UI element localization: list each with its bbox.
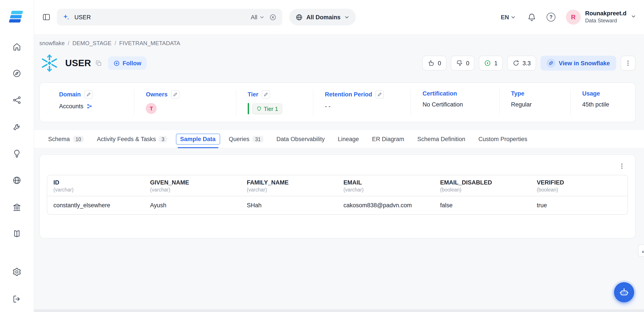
search-input[interactable]: [74, 14, 246, 20]
overview-tier: Tier Tier 1: [236, 89, 313, 115]
tier-badge[interactable]: Tier 1: [252, 103, 282, 114]
column-header-id[interactable]: ID(varchar): [47, 175, 144, 196]
cell-email: cakosom838@padvn.com: [337, 196, 434, 214]
column-header-email-disabled[interactable]: EMAIL_DISABLED(boolean): [434, 175, 531, 196]
sidebar-item-home[interactable]: [8, 38, 26, 55]
content-area: snowflake / DEMO_STAGE / FIVETRAN_METADA…: [34, 34, 644, 312]
sidebar-item-logout[interactable]: [8, 290, 26, 307]
tab-count-badge: 31: [252, 136, 264, 142]
help-button[interactable]: ?: [546, 13, 556, 22]
tab-queries[interactable]: Queries31: [224, 130, 268, 148]
plus-circle-icon: [113, 60, 120, 66]
sidebar-item-web[interactable]: [8, 171, 26, 189]
copy-name-button[interactable]: [96, 60, 102, 66]
owner-avatar[interactable]: T: [146, 103, 157, 114]
pencil-icon: [264, 92, 268, 97]
score-value: 3.3: [522, 60, 531, 66]
tab-custom-properties[interactable]: Custom Properties: [474, 130, 532, 148]
global-search[interactable]: All: [57, 9, 282, 26]
sidebar-item-products[interactable]: [8, 91, 26, 109]
column-header-given-name[interactable]: GIVEN_NAME(varchar): [144, 175, 241, 196]
tab-schema-definition[interactable]: Schema Definition: [413, 130, 470, 148]
overview-retention: Retention Period - -: [313, 89, 411, 115]
view-in-snowflake-label: View in Snowflake: [559, 60, 610, 66]
globe-icon: [296, 13, 303, 21]
sidebar-item-reports[interactable]: [8, 225, 26, 242]
user-avatar-initial: R: [571, 14, 576, 21]
tab-er-diagram[interactable]: ER Diagram: [368, 130, 408, 148]
column-header-family-name[interactable]: FAMILY_NAME(varchar): [241, 175, 338, 196]
edit-domain-button[interactable]: [84, 90, 92, 99]
edit-owners-button[interactable]: [171, 90, 180, 99]
table-row[interactable]: constantly_elsewhere Ayush SHah cakosom8…: [47, 196, 627, 214]
sample-data-panel: ID(varchar) GIVEN_NAME(varchar) FAMILY_N…: [40, 154, 635, 238]
view-in-snowflake-button[interactable]: View in Snowflake: [540, 56, 616, 71]
tab-label: Queries: [229, 136, 250, 142]
cell-verified: true: [531, 196, 627, 214]
type-value: Regular: [511, 101, 532, 108]
chatbot-icon: [618, 287, 629, 297]
cell-email-disabled: false: [434, 196, 531, 214]
app-window: All All Domains EN: [0, 0, 644, 312]
tab-schema[interactable]: Schema10: [44, 130, 88, 148]
asset-more-menu-button[interactable]: [620, 56, 635, 71]
home-icon: [12, 42, 22, 51]
sidebar-toggle-button[interactable]: [42, 13, 51, 22]
table-header-row: ID(varchar) GIVEN_NAME(varchar) FAMILY_N…: [47, 175, 627, 196]
reports-book-icon: [12, 229, 22, 238]
domains-dropdown[interactable]: All Domains: [289, 9, 356, 26]
main-column: All All Domains EN: [34, 0, 644, 312]
tab-lineage[interactable]: Lineage: [334, 130, 363, 148]
copy-icon: [96, 60, 102, 66]
notifications-button[interactable]: [527, 13, 536, 22]
asset-header: USER Follow 0 0: [40, 52, 635, 75]
sample-data-menu-button[interactable]: [616, 160, 628, 172]
thumbs-down-icon: [456, 60, 463, 67]
search-clear-button[interactable]: [269, 13, 276, 21]
sidebar-item-governance[interactable]: [8, 198, 26, 216]
user-menu-button[interactable]: [630, 13, 636, 21]
sidebar-item-settings[interactable]: [8, 263, 26, 280]
bottom-scrollbar-track[interactable]: [0, 309, 644, 312]
refresh-icon: [512, 60, 520, 67]
cell-id: constantly_elsewhere: [47, 196, 144, 214]
overview-certification: Certification No Certification: [411, 89, 499, 115]
clear-circle-icon: [269, 13, 276, 21]
domain-value-row[interactable]: Accounts: [59, 103, 128, 110]
topbar: All All Domains EN: [34, 0, 644, 34]
tab-sample-data[interactable]: Sample Data: [176, 130, 220, 148]
downvote-count: 0: [466, 60, 470, 66]
expand-panel-handle[interactable]: [638, 244, 644, 257]
breadcrumb-item-database[interactable]: DEMO_STAGE: [72, 40, 112, 47]
chatbot-fab[interactable]: [614, 282, 634, 302]
column-header-email[interactable]: EMAIL(varchar): [337, 175, 434, 196]
atlan-logo[interactable]: [0, 0, 34, 34]
column-header-verified[interactable]: VERIFIED(boolean): [531, 175, 627, 196]
refresh-score-button[interactable]: 3.3: [507, 56, 536, 71]
pencil-icon: [378, 92, 382, 97]
sidebar-item-tools[interactable]: [8, 118, 26, 135]
search-scope-dropdown[interactable]: All: [251, 14, 265, 20]
tab-data-observability[interactable]: Data Observability: [272, 130, 329, 148]
sidebar-item-assets[interactable]: [8, 64, 26, 82]
sidebar-bottom: [8, 263, 26, 312]
tab-label: Schema: [48, 136, 70, 142]
usage-value: 45th pctile: [582, 101, 609, 108]
edit-tier-button[interactable]: [262, 90, 270, 99]
upvote-button[interactable]: 0: [422, 56, 446, 71]
link-icon: [546, 59, 555, 68]
edit-retention-button[interactable]: [376, 90, 384, 99]
tab-activity-feeds-tasks[interactable]: Activity Feeds & Tasks3: [92, 130, 171, 148]
sidebar-item-insights[interactable]: [8, 145, 26, 162]
user-avatar[interactable]: R: [566, 10, 581, 25]
breadcrumb-item-schema[interactable]: FIVETRAN_METADATA: [119, 40, 180, 47]
settings-gear-icon: [12, 267, 22, 276]
follow-button[interactable]: Follow: [108, 57, 146, 70]
tab-label: Custom Properties: [478, 136, 527, 142]
cell-family-name: SHah: [241, 196, 338, 214]
watchers-button[interactable]: 1: [479, 56, 503, 71]
breadcrumb-item-connection[interactable]: snowflake: [40, 40, 65, 47]
language-dropdown[interactable]: EN: [501, 14, 516, 20]
downvote-button[interactable]: 0: [451, 56, 475, 71]
sidebar-nav: [8, 38, 26, 242]
